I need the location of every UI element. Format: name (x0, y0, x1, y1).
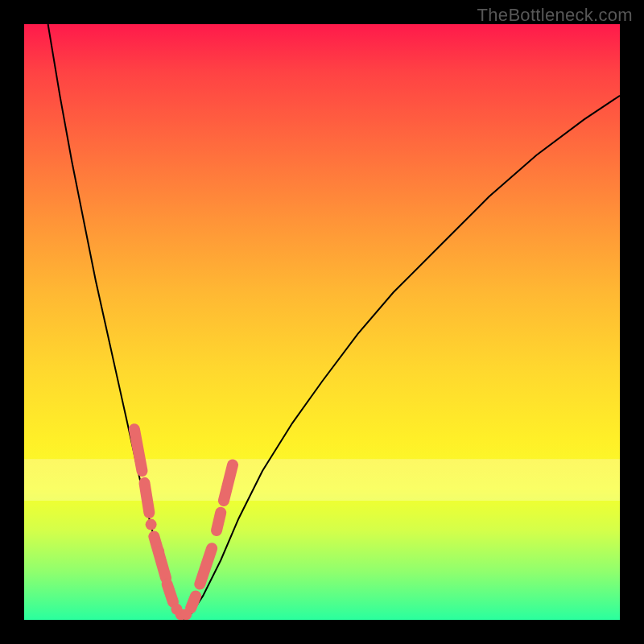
chart-frame (24, 24, 620, 620)
marker-segment (191, 596, 196, 608)
marker-segment (154, 536, 166, 578)
marker-segment (167, 584, 173, 602)
marker-segment (200, 548, 212, 584)
pale-band (24, 459, 620, 501)
bottleneck-curve (48, 24, 620, 620)
marker-segments-left (134, 429, 173, 602)
marker-dot (180, 609, 192, 620)
marker-segment (217, 513, 221, 530)
marker-dot (153, 546, 164, 557)
marker-segment (144, 483, 149, 513)
marker-segment (134, 429, 142, 471)
chart-svg (24, 24, 620, 620)
marker-dot (146, 519, 157, 530)
watermark-text: TheBottleneck.com (477, 5, 633, 26)
